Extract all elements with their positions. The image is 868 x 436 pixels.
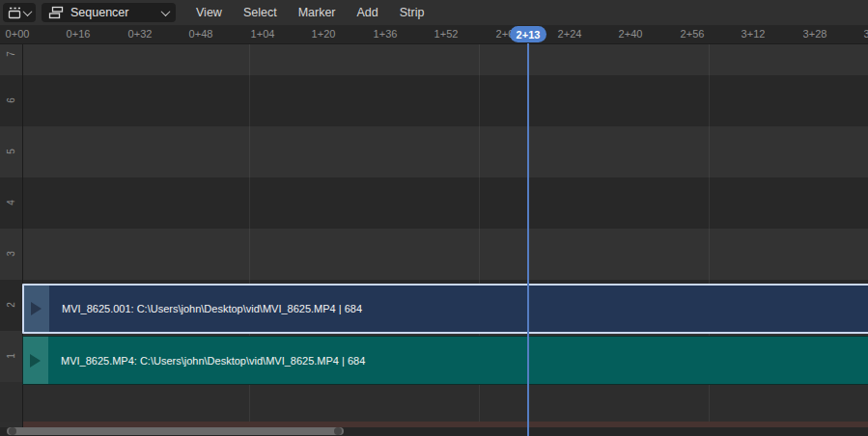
editor-type-value: Sequencer — [70, 6, 162, 19]
sequencer-editor: Sequencer View Select Marker Add Strip 0… — [0, 0, 868, 436]
menu-add[interactable]: Add — [347, 6, 389, 19]
playhead-line[interactable] — [527, 43, 529, 436]
ruler-tick-label: 1+20 — [312, 28, 336, 40]
ruler-tick-label: 3+12 — [742, 28, 766, 40]
horizontal-scrollbar-track[interactable] — [0, 427, 868, 436]
time-ruler[interactable]: 0+00 0+16 0+32 0+48 1+04 1+20 1+36 1+52 … — [0, 25, 868, 44]
ruler-tick-label: 1+36 — [374, 28, 398, 40]
ruler-tick-label: 1+04 — [251, 28, 275, 40]
ruler-tick-label: 2+56 — [681, 28, 705, 40]
video-strip-selected[interactable]: MVI_8625.001: C:\Users\john\Desktop\vid\… — [22, 284, 868, 334]
channel-number-4: 4 — [6, 191, 17, 214]
channel-row-4 — [0, 177, 868, 229]
editor-header: Sequencer View Select Marker Add Strip — [0, 0, 868, 25]
sequencer-strips-icon — [48, 6, 64, 19]
channel-row-3 — [0, 229, 868, 280]
ruler-tick-label: 0+00 — [6, 28, 30, 40]
menu-strip[interactable]: Strip — [389, 6, 435, 19]
ruler-tick-label: 2+40 — [619, 28, 643, 40]
channel-row-6 — [0, 75, 868, 126]
channel-number-5: 5 — [6, 140, 17, 163]
menu-marker[interactable]: Marker — [288, 6, 347, 19]
channel-number-6: 6 — [6, 89, 17, 112]
ruler-tick-label: 3+28 — [803, 28, 827, 40]
ruler-tick-label: 0+48 — [189, 28, 213, 40]
video-strip[interactable]: MVI_8625.MP4: C:\Users\john\Desktop\vid\… — [22, 336, 868, 385]
channel-number-1: 1 — [6, 344, 17, 368]
horizontal-scrollbar-thumb[interactable] — [7, 427, 344, 435]
ruler-tick-label: 3+44 — [864, 28, 868, 40]
channel-number-2: 2 — [6, 293, 17, 316]
strip-left-handle[interactable] — [23, 337, 48, 384]
ruler-tick-label: 0+32 — [128, 28, 153, 40]
video-sequencer-editor-icon — [8, 6, 22, 19]
chevron-down-icon — [161, 7, 171, 16]
ruler-tick-label: 2+24 — [558, 28, 582, 40]
channel-number-3: 3 — [6, 242, 17, 265]
ruler-tick-label: 0+16 — [67, 28, 91, 40]
editor-type-select[interactable]: Sequencer — [42, 3, 176, 22]
scrollbar-resize-handle-right[interactable] — [334, 427, 342, 435]
menu-view[interactable]: View — [185, 6, 233, 19]
playhead-frame-badge[interactable]: 2+13 — [510, 26, 546, 42]
strip-handle-arrow-icon — [31, 302, 42, 315]
menu-select[interactable]: Select — [233, 6, 288, 19]
menu-bar: View Select Marker Add Strip — [185, 0, 434, 25]
ruler-tick-label: 1+52 — [434, 28, 459, 40]
channel-row-7 — [0, 44, 868, 75]
strip-label: MVI_8625.MP4: C:\Users\john\Desktop\vid\… — [48, 337, 365, 384]
strip-left-handle[interactable] — [24, 286, 49, 332]
scrollbar-resize-handle-left[interactable] — [9, 427, 16, 435]
strip-handle-arrow-icon — [30, 354, 41, 368]
strip-label: MVI_8625.001: C:\Users\john\Desktop\vid\… — [49, 286, 362, 332]
channel-row-5 — [0, 126, 868, 177]
chevron-down-icon — [23, 7, 33, 16]
editor-type-button[interactable] — [3, 3, 36, 22]
channel-number-7: 7 — [6, 42, 17, 66]
channel-row-0 — [0, 382, 868, 422]
